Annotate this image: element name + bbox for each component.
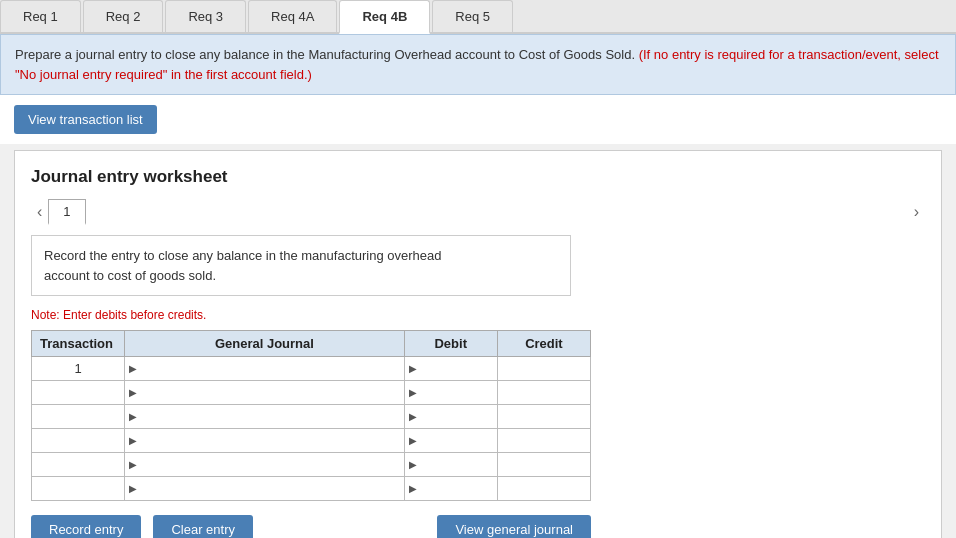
worksheet-title: Journal entry worksheet — [31, 167, 925, 187]
credit-cell-1[interactable] — [497, 357, 590, 381]
tab-req1[interactable]: Req 1 — [0, 0, 81, 32]
debit-arrow-icon-5: ▶ — [409, 459, 417, 470]
general-journal-cell-3[interactable]: ▶ — [125, 405, 405, 429]
note-text: Note: Enter debits before credits. — [31, 308, 925, 322]
debit-cell-1[interactable]: ▶ — [404, 357, 497, 381]
debit-cell-4[interactable]: ▶ — [404, 429, 497, 453]
worksheet-container: Journal entry worksheet ‹ 1 › Record the… — [14, 150, 942, 538]
view-general-journal-button[interactable]: View general journal — [437, 515, 591, 538]
transaction-number: 1 — [32, 357, 125, 381]
tab-req4b[interactable]: Req 4B — [339, 0, 430, 34]
table-row: ▶ ▶ — [32, 453, 591, 477]
view-transaction-button[interactable]: View transaction list — [14, 105, 157, 134]
tab-req3[interactable]: Req 3 — [165, 0, 246, 32]
table-row: ▶ ▶ — [32, 429, 591, 453]
nav-row: ‹ 1 › — [31, 199, 925, 225]
row-arrow-icon: ▶ — [129, 363, 137, 374]
general-journal-cell-2[interactable]: ▶ — [125, 381, 405, 405]
credit-cell-2[interactable] — [497, 381, 590, 405]
credit-cell-4[interactable] — [497, 429, 590, 453]
col-general-journal: General Journal — [125, 331, 405, 357]
tab-req2[interactable]: Req 2 — [83, 0, 164, 32]
transaction-number-empty — [32, 381, 125, 405]
nav-tab-1: 1 — [48, 199, 85, 225]
credit-cell-6[interactable] — [497, 477, 590, 501]
credit-cell-3[interactable] — [497, 405, 590, 429]
table-row: ▶ ▶ — [32, 381, 591, 405]
general-journal-cell-1[interactable]: ▶ — [125, 357, 405, 381]
info-main-text: Prepare a journal entry to close any bal… — [15, 47, 635, 62]
debit-cell-6[interactable]: ▶ — [404, 477, 497, 501]
col-transaction: Transaction — [32, 331, 125, 357]
record-entry-button[interactable]: Record entry — [31, 515, 141, 538]
general-journal-cell-5[interactable]: ▶ — [125, 453, 405, 477]
description-box: Record the entry to close any balance in… — [31, 235, 571, 296]
view-transaction-bar: View transaction list — [0, 95, 956, 144]
col-debit: Debit — [404, 331, 497, 357]
debit-arrow-icon-3: ▶ — [409, 411, 417, 422]
table-row: 1 ▶ ▶ — [32, 357, 591, 381]
row-arrow-icon-6: ▶ — [129, 483, 137, 494]
journal-table: Transaction General Journal Debit Credit… — [31, 330, 591, 501]
debit-arrow-icon-2: ▶ — [409, 387, 417, 398]
row-arrow-icon-5: ▶ — [129, 459, 137, 470]
tabs-bar: Req 1 Req 2 Req 3 Req 4A Req 4B Req 5 — [0, 0, 956, 34]
debit-cell-3[interactable]: ▶ — [404, 405, 497, 429]
debit-arrow-icon-6: ▶ — [409, 483, 417, 494]
general-journal-cell-4[interactable]: ▶ — [125, 429, 405, 453]
row-arrow-icon-3: ▶ — [129, 411, 137, 422]
debit-cell-5[interactable]: ▶ — [404, 453, 497, 477]
table-row: ▶ ▶ — [32, 405, 591, 429]
debit-arrow-icon-4: ▶ — [409, 435, 417, 446]
general-journal-cell-6[interactable]: ▶ — [125, 477, 405, 501]
description-line2: account to cost of goods sold. — [44, 266, 558, 286]
tab-req5[interactable]: Req 5 — [432, 0, 513, 32]
description-line1: Record the entry to close any balance in… — [44, 246, 558, 266]
col-credit: Credit — [497, 331, 590, 357]
debit-arrow-icon: ▶ — [409, 363, 417, 374]
row-arrow-icon-2: ▶ — [129, 387, 137, 398]
clear-entry-button[interactable]: Clear entry — [153, 515, 253, 538]
debit-cell-2[interactable]: ▶ — [404, 381, 497, 405]
info-box: Prepare a journal entry to close any bal… — [0, 34, 956, 95]
bottom-buttons: Record entry Clear entry View general jo… — [31, 515, 591, 538]
credit-cell-5[interactable] — [497, 453, 590, 477]
row-arrow-icon-4: ▶ — [129, 435, 137, 446]
nav-prev-arrow[interactable]: ‹ — [31, 201, 48, 223]
table-row: ▶ ▶ — [32, 477, 591, 501]
nav-next-arrow[interactable]: › — [908, 201, 925, 223]
tab-req4a[interactable]: Req 4A — [248, 0, 337, 32]
